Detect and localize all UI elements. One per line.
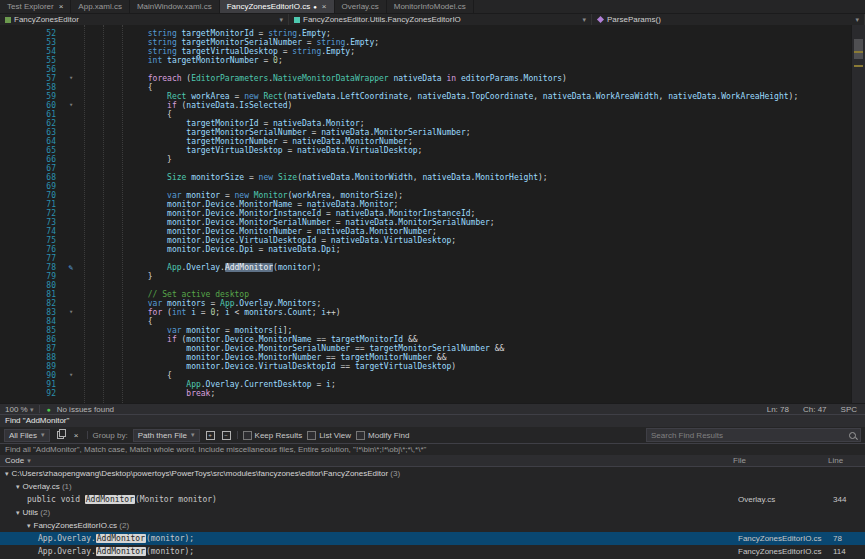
keep-results-toggle[interactable]: Keep Results [243,431,303,440]
editor-scrollbar[interactable] [851,25,865,403]
line-number: 57 [0,74,62,83]
find-group-row[interactable]: ▾FancyZonesEditorIO.cs (2) [0,519,865,532]
find-match-mark [854,65,863,67]
file-column-header[interactable]: File [733,456,828,465]
glyph-margin [62,173,80,182]
find-group-row[interactable]: ▾C:\Users\zhaopengwang\Desktop\powertoys… [0,467,865,480]
code-text: monitor.Device.Dpi = nativeData.Dpi; [80,245,852,254]
expand-arrow-icon[interactable]: ▾ [27,522,31,530]
glyph-margin [62,326,80,335]
code-editor[interactable]: 52 string targetMonitorId = string.Empty… [0,25,865,403]
checkbox-icon [307,431,316,440]
member-dropdown[interactable]: ParseParams() ▾ [592,14,865,25]
tab-label: App.xaml.cs [78,2,122,11]
line-number: 68 [0,173,62,182]
code-line-59: 59 Rect workArea = new Rect(nativeData.L… [0,92,852,101]
tab-fancyzoneseditorio-cs[interactable]: FancyZonesEditorIO.cs●× [220,0,335,13]
toggle-label: Keep Results [255,431,303,440]
glyph-margin [62,92,80,101]
find-result-row[interactable]: App.Overlay.AddMonitor(monitor);FancyZon… [0,545,865,558]
toggle-label: List View [319,431,351,440]
code-text: } [80,155,852,164]
tab-monitorinfomodel-cs[interactable]: MonitorInfoModel.cs [387,0,474,13]
result-text: ▾Overlay.cs (1) [0,482,738,491]
list-view-toggle[interactable]: List View [307,431,351,440]
copy-results-button[interactable] [55,430,66,441]
glyph-margin [62,155,80,164]
expand-arrow-icon[interactable]: ▾ [16,483,20,491]
line-number: 54 [0,47,62,56]
scrollbar-thumb[interactable] [854,39,863,59]
tab-app-xaml-cs[interactable]: App.xaml.cs [71,0,130,13]
find-result-row[interactable]: App.Overlay.AddMonitor(monitor);FancyZon… [0,532,865,545]
fold-chevron-icon[interactable]: ▾ [62,74,80,83]
find-results-toolbar: All Files ▾ × Group by: Path then File ▾… [0,427,865,444]
code-text: for (int i = 0; i < monitors.Count; i++) [80,308,852,317]
code-text: targetMonitorSerialNumber = nativeData.M… [80,128,852,137]
fold-chevron-icon[interactable]: ▾ [62,101,80,110]
line-cell: 78 [833,534,865,543]
code-text: monitor.Device.MonitorNumber == targetMo… [80,353,852,362]
glyph-margin [62,281,80,290]
tab-mainwindow-xaml-cs[interactable]: MainWindow.xaml.cs [130,0,220,13]
code-text: { [80,110,852,119]
fold-chevron-icon[interactable]: ▾ [62,371,80,380]
editor-status-bar: 100 % ▾ ● No issues found Ln: 78 Ch: 47 … [0,403,865,414]
search-find-results-box[interactable] [646,428,861,442]
find-group-row[interactable]: ▾Overlay.cs (1) [0,480,865,493]
line-number: 73 [0,218,62,227]
class-icon [294,17,300,23]
glyph-margin [62,110,80,119]
code-text [80,281,852,290]
scope-dropdown[interactable]: All Files ▾ [4,429,50,442]
line-number: 62 [0,119,62,128]
expand-arrow-icon[interactable]: ▾ [16,509,20,517]
code-line-66: 66 } [0,155,852,164]
tab-overlay-cs[interactable]: Overlay.cs [335,0,387,13]
search-input[interactable] [651,431,846,440]
type-dropdown[interactable]: FancyZonesEditor.Utils.FancyZonesEditorI… [289,14,592,25]
health-status[interactable]: No issues found [57,405,114,414]
code-text: Size monitorSize = new Size(nativeData.M… [80,173,852,182]
find-result-row[interactable]: public void AddMonitor(Monitor monitor)O… [0,493,865,506]
expand-all-button[interactable]: + [205,430,216,441]
match-highlight: AddMonitor [85,495,135,504]
code-line-73: 73 monitor.Device.MonitorSerialNumber = … [0,218,852,227]
close-icon[interactable]: × [322,2,327,11]
close-icon[interactable]: × [59,2,64,11]
modify-find-toggle[interactable]: Modify Find [356,431,409,440]
expand-arrow-icon[interactable]: ▾ [5,470,9,478]
code-line-68: 68 Size monitorSize = new Size(nativeDat… [0,173,852,182]
project-dropdown[interactable]: FancyZonesEditor ▾ [0,14,289,25]
collapse-all-icon: − [222,431,231,440]
line-number: 56 [0,65,62,74]
glyph-margin [62,353,80,362]
collapse-all-button[interactable]: − [221,430,232,441]
fold-chevron-icon[interactable]: ▾ [62,308,80,317]
code-line-90: 90▾ { [0,371,852,380]
group-by-dropdown[interactable]: Path then File ▾ [133,429,200,442]
code-line-52: 52 string targetMonitorId = string.Empty… [0,29,852,38]
tab-label: MainWindow.xaml.cs [137,2,212,11]
code-text: int targetMonitorNumber = 0; [80,56,852,65]
line-column-header[interactable]: Line [828,456,860,465]
glyph-margin [62,128,80,137]
zoom-control[interactable]: 100 % ▾ [5,405,33,414]
clear-results-button[interactable]: × [71,430,82,441]
glyph-margin [62,254,80,263]
find-group-row[interactable]: ▾Utils (2) [0,506,865,519]
match-highlight: AddMonitor [96,547,146,556]
code-text: monitor.Device.MonitorSerialNumber == ta… [80,344,852,353]
group-by-label: Group by: [93,431,128,440]
tab-test-explorer[interactable]: Test Explorer× [0,0,71,13]
code-text: var monitors = App.Overlay.Monitors; [80,299,852,308]
glyph-margin [62,47,80,56]
line-number: 81 [0,290,62,299]
line-number: 90 [0,371,62,380]
line-number: 89 [0,362,62,371]
code-text: targetVirtualDesktop = nativeData.Virtua… [80,146,852,155]
section-label[interactable]: Code [5,456,24,465]
result-text: App.Overlay.AddMonitor(monitor); [0,534,738,543]
code-line-77: 77 [0,254,852,263]
code-line-76: 76 monitor.Device.Dpi = nativeData.Dpi; [0,245,852,254]
